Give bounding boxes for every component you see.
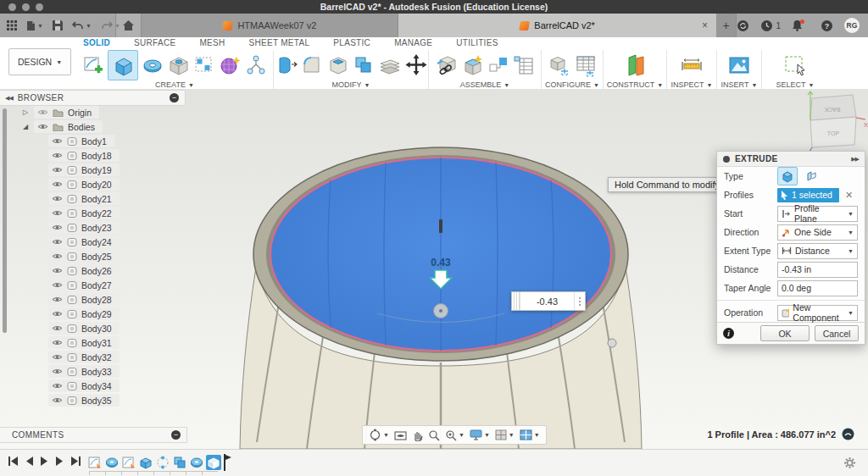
clear-selection-icon[interactable]: ✕ [845, 190, 853, 201]
body-row[interactable]: Body30 [0, 321, 185, 335]
direction-select[interactable]: One Side ▼ [777, 224, 858, 241]
create-sketch-icon[interactable] [81, 53, 105, 77]
visibility-eye-icon[interactable] [52, 382, 63, 390]
visibility-eye-icon[interactable] [37, 108, 48, 116]
cancel-button[interactable]: Cancel [815, 325, 859, 341]
selected-profile-face[interactable] [270, 158, 611, 351]
body-row[interactable]: Body20 [0, 177, 185, 191]
expand-origin-icon[interactable]: ▷ [23, 108, 34, 116]
combine-icon[interactable] [353, 54, 375, 76]
body-row[interactable]: Body27 [0, 278, 185, 292]
body-row[interactable]: Body1 [0, 134, 185, 148]
taper-angle-input[interactable]: 0.0 deg [777, 280, 858, 296]
compute-status-icon[interactable] [842, 428, 854, 440]
dialog-header[interactable]: EXTRUDE ▶▶ [717, 152, 865, 167]
tab-utilities[interactable]: UTILITIES [456, 38, 498, 50]
document-tab-htmaaweek07[interactable]: HTMAAWeek07 v2 [142, 14, 398, 37]
body-row[interactable]: Body22 [0, 206, 185, 220]
body-row[interactable]: Body25 [0, 249, 185, 263]
group-label-insert[interactable]: INSERT▼ [721, 80, 758, 89]
browser-minimize-icon[interactable]: − [170, 93, 179, 102]
visibility-eye-icon[interactable] [52, 238, 63, 246]
visibility-eye-icon[interactable] [52, 310, 63, 318]
body-row[interactable]: Body32 [0, 350, 185, 364]
visibility-eye-icon[interactable] [52, 180, 63, 188]
minimize-window-button[interactable] [22, 3, 30, 11]
job-status-icon[interactable]: 1 [760, 19, 781, 32]
revolve-icon[interactable] [141, 53, 164, 77]
distance-input[interactable]: -0.43 in [777, 262, 858, 278]
timeline-extrude-feature-icon[interactable] [138, 455, 153, 470]
body-row[interactable]: Body29 [0, 307, 185, 321]
visibility-eye-icon[interactable] [52, 209, 63, 217]
shell-icon[interactable] [326, 53, 350, 77]
document-tab-barrelcad[interactable]: BarrelCAD v2* × [398, 14, 716, 37]
visibility-eye-icon[interactable] [52, 339, 63, 346]
timeline-active-extrude-feature-icon[interactable] [206, 455, 221, 470]
timeline-marker[interactable] [223, 454, 231, 471]
create-form-icon[interactable] [218, 53, 242, 77]
go-to-start-icon[interactable] [8, 457, 18, 466]
measure-icon[interactable] [679, 55, 704, 75]
play-icon[interactable] [41, 457, 48, 466]
visibility-eye-icon[interactable] [52, 195, 63, 202]
undo-icon[interactable]: ▼ [72, 21, 92, 30]
more-options-icon[interactable] [574, 292, 585, 310]
tree-node-bodies[interactable]: ◢ Bodies [0, 119, 185, 134]
group-label-construct[interactable]: CONSTRUCT▼ [607, 80, 663, 89]
move-icon[interactable] [403, 53, 429, 78]
group-label-assemble[interactable]: ASSEMBLE▼ [460, 80, 509, 89]
rectangular-pattern-icon[interactable] [193, 54, 215, 76]
visibility-eye-icon[interactable] [52, 296, 63, 303]
tab-surface[interactable]: SURFACE [134, 38, 175, 50]
collapse-bodies-icon[interactable]: ◢ [23, 123, 34, 130]
fit-icon[interactable]: ▼ [445, 429, 465, 441]
redo-icon[interactable]: ▼ [101, 21, 120, 30]
offset-face-icon[interactable] [377, 53, 401, 77]
step-forward-icon[interactable] [56, 457, 64, 466]
sync-status-icon[interactable] [737, 19, 749, 32]
visibility-eye-icon[interactable] [37, 123, 48, 130]
visibility-eye-icon[interactable] [52, 353, 63, 361]
body-row[interactable]: Body31 [0, 335, 185, 350]
body-row[interactable]: Body23 [0, 220, 185, 235]
group-label-configure[interactable]: CONFIGURE▼ [545, 80, 599, 89]
visibility-eye-icon[interactable] [52, 324, 63, 332]
timeline-settings-gear-icon[interactable] [843, 457, 856, 469]
drag-scrub-handle[interactable] [512, 292, 520, 310]
extrude-type-thin-button[interactable] [801, 167, 821, 185]
body-row[interactable]: Body19 [0, 163, 185, 177]
construction-plane-icon[interactable] [622, 53, 648, 78]
browser-panel-header[interactable]: ◀◀ BROWSER − [0, 90, 186, 106]
display-settings-icon[interactable]: ▼ [470, 429, 490, 440]
visibility-eye-icon[interactable] [52, 368, 63, 375]
tab-mesh[interactable]: MESH [199, 38, 225, 50]
zoom-icon[interactable] [428, 429, 440, 441]
group-label-inspect[interactable]: INSPECT▼ [671, 80, 713, 89]
start-select[interactable]: Profile Plane ▼ [777, 206, 858, 222]
file-menu-icon[interactable]: ▼ [26, 20, 43, 31]
distance-mini-input[interactable]: -0.43 [511, 291, 586, 311]
tab-sheet-metal[interactable]: SHEET METAL [249, 38, 310, 50]
visibility-eye-icon[interactable] [52, 224, 63, 231]
viewports-icon[interactable]: ▼ [520, 429, 540, 440]
tab-plastic[interactable]: PLASTIC [333, 38, 370, 50]
body-row[interactable]: Body26 [0, 263, 185, 278]
operation-select[interactable]: New Component ▼ [777, 305, 858, 321]
visibility-eye-icon[interactable] [52, 252, 63, 260]
close-tab-icon[interactable]: × [702, 19, 708, 31]
insert-image-icon[interactable] [727, 55, 751, 75]
configuration-icon[interactable] [548, 53, 571, 77]
close-window-button[interactable] [8, 3, 16, 11]
ok-button[interactable]: OK [760, 325, 810, 341]
timeline-circular-pattern-feature-icon[interactable] [155, 455, 170, 470]
extrude-type-solid-button[interactable] [777, 167, 798, 185]
extent-type-select[interactable]: Distance ▼ [777, 243, 858, 259]
visibility-eye-icon[interactable] [52, 152, 63, 159]
visibility-eye-icon[interactable] [52, 137, 63, 145]
derive-icon[interactable] [244, 53, 268, 77]
timeline-revolve-feature-icon[interactable] [189, 455, 204, 470]
edge-grip-handle[interactable] [608, 339, 616, 347]
collapse-browser-icon[interactable]: ◀◀ [0, 95, 18, 102]
orbit-icon[interactable]: ▼ [369, 429, 389, 441]
